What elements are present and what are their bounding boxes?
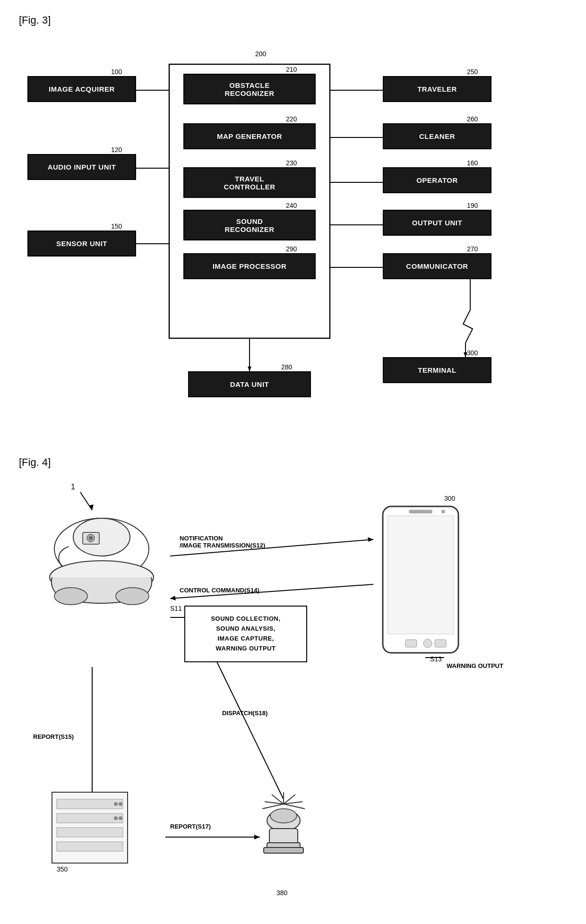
svg-point-29	[73, 518, 130, 556]
travel-controller-box: TRAVEL CONTROLLER	[183, 167, 316, 198]
ref-200: 200	[255, 50, 266, 58]
ref-1: 1	[71, 483, 75, 491]
phone-illustration	[373, 502, 468, 681]
svg-rect-46	[57, 828, 123, 837]
svg-point-49	[119, 802, 122, 806]
svg-marker-17	[368, 537, 373, 542]
svg-point-39	[441, 510, 445, 513]
svg-point-35	[116, 588, 149, 605]
ref-300-fig4: 300	[444, 495, 455, 502]
ref-s11: S11	[170, 605, 182, 612]
obstacle-recognizer-box: OBSTACLE RECOGNIZER	[183, 74, 316, 104]
svg-line-58	[262, 804, 284, 809]
report-s17-label: REPORT(S17)	[170, 823, 211, 830]
siren-illustration	[250, 790, 317, 884]
ref-300-fig3: 300	[467, 349, 478, 357]
image-acquirer-box: IMAGE ACQUIRER	[27, 76, 136, 102]
ref-280: 280	[281, 363, 292, 371]
ref-240: 240	[286, 202, 297, 209]
svg-rect-44	[57, 799, 123, 809]
fig3-label: [Fig. 3]	[19, 14, 567, 26]
svg-point-48	[114, 802, 118, 806]
warning-output-label: WARNING OUTPUT	[447, 662, 503, 669]
ref-150: 150	[111, 222, 122, 230]
dispatch-label: DISPATCH(S18)	[222, 710, 267, 717]
fig4-label: [Fig. 4]	[19, 456, 567, 469]
svg-point-32	[89, 536, 93, 540]
sound-collection-box: SOUND COLLECTION, SOUND ANALYSIS, IMAGE …	[184, 606, 307, 662]
svg-marker-10	[248, 367, 251, 371]
svg-rect-40	[405, 640, 417, 647]
svg-rect-63	[264, 847, 303, 853]
robot-illustration	[33, 506, 170, 620]
svg-rect-37	[388, 516, 454, 634]
svg-marker-19	[170, 596, 176, 600]
ref-380: 380	[276, 889, 287, 897]
cleaner-box: CLEANER	[383, 123, 491, 149]
ref-s13: S13	[430, 655, 442, 663]
svg-rect-47	[57, 842, 123, 851]
terminal-box: TERMINAL	[383, 357, 491, 383]
ref-160: 160	[467, 159, 478, 167]
svg-rect-3	[169, 64, 330, 338]
ref-120: 120	[111, 146, 122, 154]
svg-rect-45	[57, 813, 123, 823]
fig3-diagram: 200 IMAGE ACQUIRER 100 AUDIO INPUT UNIT …	[19, 36, 567, 437]
ref-220: 220	[286, 115, 297, 123]
svg-point-51	[119, 816, 122, 820]
svg-point-34	[54, 588, 87, 605]
svg-point-60	[270, 809, 297, 823]
svg-rect-38	[409, 510, 432, 513]
ref-210: 210	[286, 66, 297, 73]
notification-label: NOTIFICATION /IMAGE TRANSMISSION(S12)	[180, 535, 321, 549]
svg-point-41	[423, 639, 432, 648]
ref-100: 100	[111, 68, 122, 76]
ref-230: 230	[286, 159, 297, 167]
ref-250: 250	[467, 68, 478, 76]
traveler-box: TRAVELER	[383, 76, 491, 102]
control-command-label: CONTROL COMMAND(S14)	[180, 587, 312, 594]
svg-rect-42	[435, 640, 446, 647]
communicator-box: COMMUNICATOR	[383, 253, 491, 279]
svg-point-50	[114, 816, 118, 820]
svg-line-26	[208, 643, 284, 799]
ref-260: 260	[467, 115, 478, 123]
ref-290: 290	[286, 245, 297, 253]
ref-190: 190	[467, 202, 478, 209]
sound-recognizer-box: SOUND RECOGNIZER	[183, 210, 316, 240]
ref-270: 270	[467, 245, 478, 253]
sensor-unit-box: SENSOR UNIT	[27, 231, 136, 257]
fig4-diagram: 1 NOTIFICATION /IMAGE TRANSMISSION(S12)	[19, 478, 567, 924]
output-unit-box: OUTPUT UNIT	[383, 210, 491, 236]
report-s15-label: REPORT(S15)	[33, 733, 74, 740]
page-container: [Fig. 3]	[0, 0, 586, 924]
svg-line-57	[284, 804, 305, 809]
map-generator-box: MAP GENERATOR	[183, 123, 316, 149]
ref-350: 350	[57, 865, 68, 873]
image-processor-box: IMAGE PROCESSOR	[183, 253, 316, 279]
data-unit-box: DATA UNIT	[188, 371, 311, 397]
server-illustration	[47, 790, 132, 865]
operator-box: OPERATOR	[383, 167, 491, 193]
audio-input-unit-box: AUDIO INPUT UNIT	[27, 154, 136, 180]
